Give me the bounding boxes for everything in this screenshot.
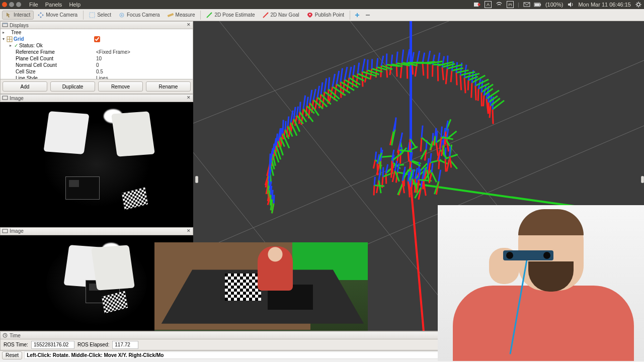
tree-item-grid[interactable]: Grid — [14, 36, 94, 42]
splitter-handle[interactable] — [195, 176, 198, 183]
prop-cell-size[interactable]: Cell Size — [16, 69, 96, 74]
remove-button[interactable]: Remove — [98, 81, 143, 92]
tool-nav-goal-label: 2D Nav Goal — [271, 12, 299, 18]
fisheye-image — [46, 240, 147, 326]
menu-help[interactable]: Help — [66, 2, 84, 8]
window-controls — [2, 2, 21, 7]
tree-item-status[interactable]: Status: Ok — [19, 43, 100, 48]
close-icon[interactable]: ✕ — [186, 95, 192, 101]
system-tray: A Pl | (100%) Mon Mar 11 06:46:15 — [473, 1, 642, 8]
grid-icon — [7, 37, 12, 42]
overhead-camera-overlay — [154, 242, 368, 331]
tool-select-label: Select — [97, 12, 111, 18]
menu-panels[interactable]: Panels — [42, 2, 65, 8]
prop-line-style-value[interactable]: Lines — [96, 75, 108, 79]
expand-icon[interactable]: ▸ — [3, 30, 7, 35]
tool-pose-estimate-label: 2D Pose Estimate — [214, 12, 255, 18]
displays-tree[interactable]: ▸Tree ▾Grid ▸✓Status: Ok Reference Frame… — [0, 29, 193, 79]
prop-plane-count-value[interactable]: 10 — [96, 56, 102, 61]
grid-checkbox[interactable] — [94, 36, 100, 42]
image-panel-2-header[interactable]: Image ✕ — [0, 227, 193, 235]
prop-normal-count-value[interactable]: 0 — [96, 62, 99, 68]
svg-rect-5 — [535, 3, 540, 6]
reset-button[interactable]: Reset — [2, 351, 22, 359]
tool-publish-point-label: Publish Point — [315, 12, 344, 18]
tool-move-camera[interactable]: Move Camera — [34, 11, 81, 20]
record-icon[interactable] — [473, 1, 480, 8]
check-icon: ✓ — [14, 43, 18, 48]
svg-rect-15 — [3, 96, 8, 100]
tool-measure[interactable]: Measure — [164, 11, 199, 20]
battery-text: (100%) — [545, 2, 563, 8]
svg-rect-13 — [3, 23, 8, 24]
svg-rect-4 — [540, 4, 541, 6]
displays-button-row: Add Duplicate Remove Rename — [0, 79, 193, 94]
svg-point-6 — [637, 3, 640, 6]
tool-remove[interactable] — [363, 11, 373, 20]
mail-icon[interactable] — [523, 1, 530, 8]
prop-line-style[interactable]: Line Style — [16, 75, 96, 79]
displays-panel: Displays ✕ ▸Tree ▾Grid ▸✓Status: Ok Refe… — [0, 21, 193, 94]
close-icon[interactable]: ✕ — [186, 228, 192, 234]
close-icon[interactable] — [2, 2, 7, 7]
tool-publish-point[interactable]: Publish Point — [303, 11, 348, 20]
svg-point-9 — [121, 14, 122, 16]
tool-focus-camera-label: Focus Camera — [127, 12, 160, 18]
image-panel-2-title: Image — [10, 228, 24, 234]
displays-header[interactable]: Displays ✕ — [0, 21, 193, 29]
ros-time-input[interactable] — [31, 341, 74, 349]
volume-icon[interactable] — [567, 1, 574, 8]
image-panel-1-header[interactable]: Image ✕ — [0, 94, 193, 102]
tool-interact[interactable]: Interact — [2, 11, 34, 20]
prop-reference-frame-value[interactable]: <Fixed Frame> — [96, 49, 130, 55]
menu-file[interactable]: File — [26, 2, 41, 8]
menubar: File Panels Help A Pl | (100%) Mon Mar 1… — [0, 0, 644, 9]
toolbar-separator — [200, 11, 201, 20]
ros-time-label: ROS Time: — [4, 342, 28, 347]
svg-point-11 — [309, 14, 310, 15]
tree-item-tree[interactable]: Tree — [11, 30, 92, 35]
tool-add[interactable] — [352, 11, 362, 20]
svg-point-1 — [478, 4, 480, 6]
prop-reference-frame[interactable]: Reference Frame — [16, 49, 96, 55]
image-panel-1: Image ✕ — [0, 94, 193, 227]
minimize-icon[interactable] — [9, 2, 14, 7]
ros-elapsed-input[interactable] — [112, 341, 138, 349]
prop-normal-count[interactable]: Normal Cell Count — [16, 62, 96, 68]
image-panel-1-title: Image — [10, 96, 24, 101]
tool-focus-camera[interactable]: Focus Camera — [115, 11, 164, 20]
svg-rect-16 — [3, 229, 8, 233]
battery-icon[interactable] — [534, 1, 541, 8]
webcam-overlay — [438, 205, 644, 361]
tool-2d-nav-goal[interactable]: 2D Nav Goal — [259, 11, 303, 20]
clock-text: Mon Mar 11 06:46:15 — [578, 2, 631, 8]
toolbar-separator — [83, 11, 84, 20]
rename-button[interactable]: Rename — [146, 81, 191, 92]
close-icon[interactable]: ✕ — [186, 22, 192, 28]
toolbar-separator — [350, 11, 350, 20]
svg-rect-7 — [90, 13, 95, 18]
toolbar: Interact Move Camera Select Focus Camera… — [0, 9, 644, 21]
prop-plane-count[interactable]: Plane Cell Count — [16, 56, 96, 61]
displays-title: Displays — [10, 23, 29, 28]
gear-icon[interactable] — [635, 1, 642, 8]
expand-icon[interactable]: ▸ — [10, 43, 14, 48]
tool-interact-label: Interact — [14, 12, 30, 18]
tool-measure-label: Measure — [176, 12, 195, 18]
prop-cell-size-value[interactable]: 0.5 — [96, 69, 103, 74]
duplicate-button[interactable]: Duplicate — [50, 81, 95, 92]
splitter-handle[interactable] — [641, 176, 644, 183]
image-view-1[interactable] — [0, 102, 193, 227]
tool-select[interactable]: Select — [86, 11, 115, 20]
tool-2d-pose-estimate[interactable]: 2D Pose Estimate — [203, 11, 258, 20]
wifi-icon[interactable] — [496, 1, 503, 8]
text-icon[interactable]: A — [485, 1, 492, 8]
time-title: Time — [10, 333, 21, 338]
add-button[interactable]: Add — [3, 81, 47, 92]
svg-rect-10 — [167, 13, 174, 17]
maximize-icon[interactable] — [16, 2, 21, 7]
ros-elapsed-label: ROS Elapsed: — [77, 342, 109, 347]
expand-icon[interactable]: ▾ — [3, 37, 7, 41]
fisheye-image — [26, 107, 167, 222]
lang-indicator[interactable]: Pl — [507, 1, 514, 8]
